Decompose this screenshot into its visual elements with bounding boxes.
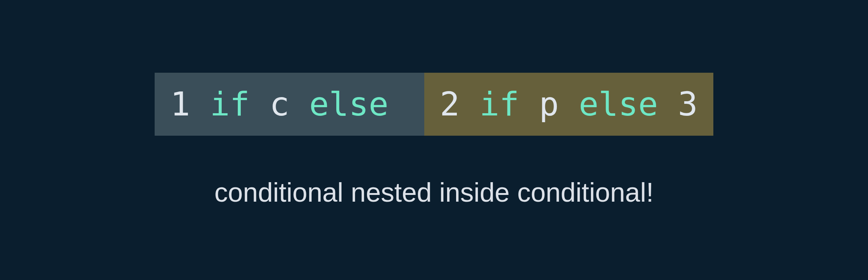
variable-c: c xyxy=(270,88,289,121)
nested-conditional-block: 2 if p else 3 xyxy=(424,73,714,136)
literal-value: 2 xyxy=(440,88,460,121)
keyword-if: if xyxy=(479,88,519,121)
code-expression-container: 1 if c else 2 if p else 3 xyxy=(155,73,714,136)
literal-value: 1 xyxy=(170,88,190,121)
outer-conditional-block: 1 if c else xyxy=(155,73,424,136)
variable-p: p xyxy=(539,88,559,121)
caption-text: conditional nested inside conditional! xyxy=(215,177,654,208)
keyword-else: else xyxy=(579,88,658,121)
keyword-if: if xyxy=(210,88,250,121)
keyword-else: else xyxy=(309,88,389,121)
literal-value: 3 xyxy=(678,88,698,121)
